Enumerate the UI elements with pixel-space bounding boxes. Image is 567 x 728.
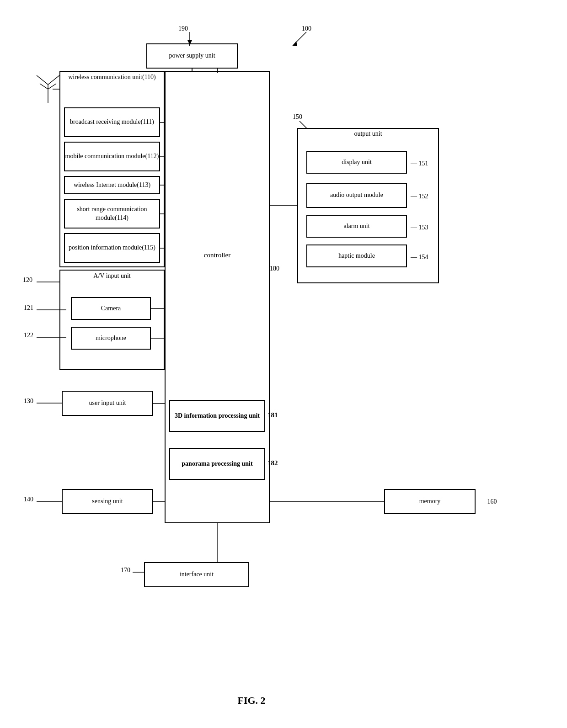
sensing-unit-box: sensing unit [62,489,153,514]
microphone-box: microphone [71,327,151,350]
mobile-comm-box: mobile communication module(112) [64,142,160,171]
power-supply-box: power supply unit [146,43,238,69]
svg-line-8 [48,84,56,89]
line-psu-ctrl [217,69,218,73]
ref-153: — 153 [411,224,428,231]
user-input-box: user input unit [62,391,153,416]
ref-120: 120 [23,276,32,284]
haptic-module-box: haptic module [306,244,407,267]
audio-output-box: audio output module [306,183,407,208]
wireless-comm-label: wireless communication unit(110) [62,73,162,81]
output-unit-label: output unit [297,130,439,138]
broadcast-box: broadcast receiving module(111) [64,107,160,137]
ref-152: — 152 [411,193,428,200]
short-range-box: short range communication module(114) [64,199,160,228]
svg-line-6 [48,75,59,85]
figure-title: FIG. 2 [206,695,297,707]
line-130 [37,401,64,405]
ref-170-label: 170 [121,567,130,574]
ref-180: 180 [270,265,279,272]
ref-130: 130 [24,398,33,405]
ref-154: — 154 [411,254,428,261]
interface-unit-box: interface unit [144,562,249,587]
arrow-100 [288,30,316,48]
camera-box: Camera [71,297,151,320]
3d-info-box: 3D information processing unit [169,400,265,432]
position-info-box: position information module(115) [64,233,160,263]
memory-box: memory [384,489,476,514]
ref-160: — 160 [479,498,497,505]
svg-line-5 [37,75,48,85]
antenna-icon [34,75,62,105]
wireless-internet-box: wireless Internet module(113) [64,176,160,194]
line-140 [37,500,64,503]
panorama-box: panorama processing unit [169,448,265,480]
ref-181: 181 [267,411,278,419]
line-ref190 [189,43,190,46]
display-unit-box: display unit [306,151,407,174]
ref-150-label: 150 [293,113,302,121]
av-input-box [59,270,165,370]
ref-140: 140 [24,496,33,503]
diagram: 100 190 power supply unit wireless commu… [0,0,567,728]
ref-182: 182 [267,459,278,467]
line-121 [37,308,69,312]
ref-122: 122 [24,332,33,339]
controller-label: controller [165,251,270,259]
av-input-label: A/V input unit [62,272,162,280]
ref-190: 190 [178,25,188,32]
line-122 [37,335,69,339]
alarm-unit-box: alarm unit [306,215,407,238]
ref-151: — 151 [411,160,428,167]
ref-121: 121 [24,304,33,312]
svg-line-7 [40,84,48,89]
